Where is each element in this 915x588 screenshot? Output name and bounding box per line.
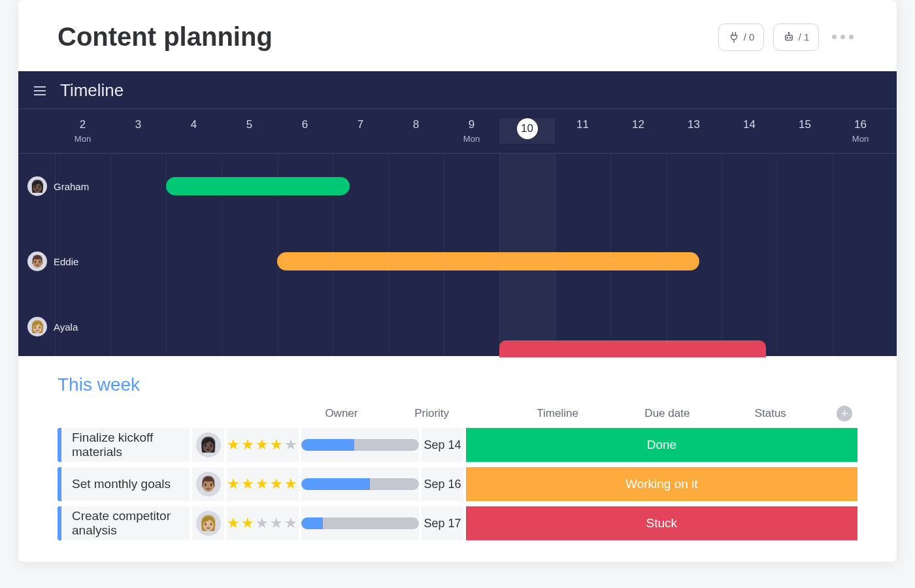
table-row[interactable]: Finalize kickoff materials👩🏿★★★★★Sep 14D… [58, 428, 857, 462]
col-header-due[interactable]: Due date [625, 407, 709, 420]
date-number: 5 [222, 118, 277, 131]
date-column[interactable]: 12 [610, 118, 666, 144]
date-number: 16 [833, 118, 888, 131]
board-header: Content planning / 0 / 1 [18, 0, 897, 71]
avatar: 👨🏽 [196, 472, 221, 497]
priority-cell[interactable]: ★★★★★ [227, 506, 299, 540]
star-rating: ★★★★★ [227, 436, 299, 453]
col-header-owner[interactable]: Owner [309, 407, 374, 420]
status-cell[interactable]: Working on it [466, 467, 857, 501]
svg-point-2 [790, 37, 791, 39]
owner-cell[interactable]: 👩🏿 [192, 428, 224, 462]
timeline-cell[interactable] [301, 506, 419, 540]
avatar: 👩🏿 [196, 433, 221, 457]
robot-icon [783, 31, 795, 43]
progress-bar [301, 439, 419, 451]
date-number: 14 [722, 118, 777, 131]
task-name-cell[interactable]: Set monthly goals [58, 467, 190, 501]
gantt-body[interactable]: 👩🏿Graham👨🏽Eddie👩🏼Ayala [18, 154, 897, 356]
group-title[interactable]: This week [58, 374, 857, 395]
date-dow: Mon [833, 134, 888, 144]
star-icon: ★ [256, 436, 270, 453]
menu-icon[interactable] [34, 86, 46, 95]
owner-cell[interactable]: 👩🏼 [192, 506, 224, 540]
timeline-cell[interactable] [301, 428, 419, 462]
gantt-bar[interactable] [166, 177, 350, 195]
timeline-header: Timeline [18, 71, 897, 108]
timeline-panel: Timeline 2Mon3456789Mon10111213141516Mon… [18, 71, 897, 356]
date-column[interactable]: 15 [777, 118, 833, 144]
star-rating: ★★★★★ [227, 515, 299, 532]
date-column[interactable]: 7 [333, 118, 388, 144]
gantt-row-name: Graham [54, 181, 89, 192]
svg-point-3 [788, 32, 790, 33]
priority-cell[interactable]: ★★★★★ [227, 467, 299, 501]
svg-point-1 [787, 37, 788, 39]
star-icon: ★ [227, 476, 241, 492]
date-column[interactable]: 8 [388, 118, 444, 144]
gantt-bar[interactable] [277, 252, 699, 270]
gantt-row-label[interactable]: 👩🏼Ayala [27, 317, 78, 336]
star-icon: ★ [256, 515, 270, 531]
gantt-row: 👨🏽Eddie [55, 219, 897, 304]
dot-icon [849, 35, 854, 39]
date-number: 13 [666, 118, 722, 131]
priority-cell[interactable]: ★★★★★ [227, 428, 299, 462]
date-number: 15 [777, 118, 833, 131]
date-column[interactable]: 3 [110, 118, 166, 144]
gantt-row: 👩🏿Graham [55, 154, 897, 219]
owner-cell[interactable]: 👨🏽 [192, 467, 224, 501]
date-column[interactable]: 2Mon [55, 118, 110, 144]
timeline-cell[interactable] [301, 467, 419, 501]
avatar: 👨🏽 [27, 252, 47, 271]
date-column[interactable]: 10 [499, 118, 555, 144]
due-date-cell[interactable]: Sep 14 [422, 428, 463, 462]
due-date-cell[interactable]: Sep 17 [422, 506, 463, 540]
star-icon: ★ [227, 436, 241, 453]
date-column[interactable]: 16Mon [833, 118, 888, 144]
date-column[interactable]: 13 [666, 118, 722, 144]
integrations-badge[interactable]: / 0 [718, 24, 764, 51]
more-menu[interactable] [828, 31, 857, 43]
due-date: Sep 16 [424, 478, 461, 491]
avatar: 👩🏿 [27, 176, 47, 196]
date-column[interactable]: 11 [555, 118, 610, 144]
date-column[interactable]: 6 [277, 118, 333, 144]
task-name-cell[interactable]: Create competitor analysis [58, 506, 190, 540]
avatar: 👩🏼 [27, 317, 47, 336]
automations-badge[interactable]: / 1 [773, 24, 819, 51]
star-rating: ★★★★★ [227, 476, 299, 493]
date-number: 9 [444, 118, 499, 131]
add-column-button[interactable]: + [837, 406, 852, 421]
date-number: 3 [110, 118, 166, 131]
date-column[interactable]: 4 [166, 118, 222, 144]
date-number: 8 [388, 118, 444, 131]
date-number: 10 [521, 122, 533, 135]
col-header-status[interactable]: Status [709, 407, 832, 420]
gantt-row-label[interactable]: 👩🏿Graham [27, 176, 89, 196]
star-icon: ★ [284, 436, 299, 453]
badge-count: / 0 [744, 31, 755, 42]
table-row[interactable]: Create competitor analysis👩🏼★★★★★Sep 17S… [58, 506, 857, 540]
date-number: 11 [555, 118, 610, 131]
status-cell[interactable]: Done [466, 428, 857, 462]
date-dow: Mon [444, 134, 499, 144]
board-title: Content planning [58, 22, 273, 52]
col-header-priority[interactable]: Priority [374, 407, 490, 420]
star-icon: ★ [241, 515, 256, 531]
table-header: Owner Priority Timeline Due date Status … [58, 402, 857, 428]
date-dow: Mon [55, 134, 110, 144]
date-number: 7 [333, 118, 388, 131]
gantt-bar[interactable] [499, 340, 766, 357]
date-column[interactable]: 9Mon [444, 118, 499, 144]
date-column[interactable]: 5 [222, 118, 277, 144]
gantt-row-label[interactable]: 👨🏽Eddie [27, 252, 78, 271]
header-actions: / 0 / 1 [718, 24, 857, 51]
star-icon: ★ [256, 476, 270, 492]
due-date-cell[interactable]: Sep 16 [422, 467, 463, 501]
status-cell[interactable]: Stuck [466, 506, 857, 540]
table-row[interactable]: Set monthly goals👨🏽★★★★★Sep 16Working on… [58, 467, 857, 501]
task-name-cell[interactable]: Finalize kickoff materials [58, 428, 190, 462]
col-header-timeline[interactable]: Timeline [490, 407, 625, 420]
date-column[interactable]: 14 [722, 118, 777, 144]
